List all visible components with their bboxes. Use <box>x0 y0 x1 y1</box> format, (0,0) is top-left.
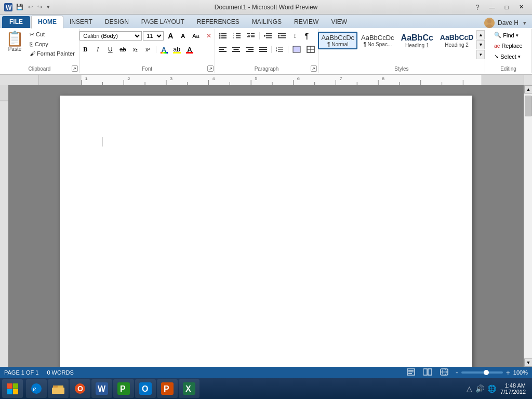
styles-scroll-down-button[interactable]: ▼ <box>476 40 485 49</box>
clear-formatting-button[interactable]: ✕ <box>203 30 215 42</box>
zoom-thumb[interactable] <box>484 370 489 375</box>
taskbar-network-icon[interactable]: 🌐 <box>487 384 496 393</box>
taskbar-powerpoint-button[interactable]: P <box>157 379 178 398</box>
paste-button[interactable]: 📋 Paste <box>2 30 28 54</box>
taskbar-ie-button[interactable]: e <box>26 379 47 398</box>
font-grow-button[interactable]: A <box>165 30 176 42</box>
document-page[interactable] <box>60 96 472 367</box>
font-expand-button[interactable]: ↗ <box>207 65 214 72</box>
svg-text:O: O <box>142 384 148 393</box>
close-button[interactable]: ✕ <box>514 2 528 12</box>
zoom-slider[interactable] <box>461 371 503 374</box>
select-button[interactable]: ↘ Select ▾ <box>490 51 524 61</box>
paragraph-expand-button[interactable]: ↗ <box>311 65 317 72</box>
scroll-up-arrow[interactable]: ▲ <box>524 85 532 94</box>
font-shrink-button[interactable]: A <box>177 30 189 42</box>
styles-more-button[interactable]: ▾ <box>476 50 485 59</box>
svg-rect-21 <box>251 35 255 36</box>
superscript-button[interactable]: x² <box>142 44 154 55</box>
align-left-button[interactable] <box>216 44 229 55</box>
style-heading1[interactable]: AaBbCc Heading 1 <box>398 31 436 50</box>
underline-button[interactable]: U <box>104 44 116 55</box>
taskbar-arrow-icon[interactable]: △ <box>467 384 472 393</box>
taskbar-publisher-button[interactable]: P <box>113 379 134 398</box>
clipboard-expand-button[interactable]: ↗ <box>72 65 78 72</box>
style-normal[interactable]: AaBbCcDc ¶ Normal <box>318 32 357 50</box>
taskbar-outlook-button[interactable]: O <box>135 379 156 398</box>
taskbar-office-button[interactable]: O <box>70 379 90 398</box>
document-area[interactable] <box>8 85 524 367</box>
vertical-scrollbar[interactable]: ▲ ▼ <box>524 85 532 367</box>
font-size-select[interactable]: 11 <box>143 31 164 41</box>
font-separator <box>156 46 156 53</box>
undo-quickaccess-button[interactable]: ↩ <box>26 3 34 11</box>
format-painter-button[interactable]: 🖌 Format Painter <box>28 49 77 58</box>
view-web-button[interactable] <box>438 368 450 378</box>
save-quickaccess-button[interactable]: 💾 <box>15 3 25 11</box>
align-right-button[interactable] <box>243 44 256 55</box>
subscript-button[interactable]: x₂ <box>130 44 141 55</box>
tab-file[interactable]: FILE <box>2 16 30 28</box>
tab-review[interactable]: REVIEW <box>288 16 325 28</box>
tab-references[interactable]: REFERENCES <box>191 16 246 28</box>
justify-button[interactable] <box>257 44 270 55</box>
find-button[interactable]: 🔍 Find ▾ <box>490 30 522 40</box>
sort-button[interactable]: ↕ <box>289 30 301 42</box>
help-button[interactable]: ? <box>471 2 484 12</box>
tab-design[interactable]: DESIGN <box>99 16 135 28</box>
style-h1-label: Heading 1 <box>405 43 429 48</box>
scroll-track[interactable] <box>524 94 532 358</box>
user-dropdown-button[interactable]: ▾ <box>522 19 528 28</box>
shading-button[interactable] <box>290 44 303 55</box>
multilevel-list-button[interactable] <box>244 30 258 42</box>
style-nospac[interactable]: AaBbCcDc ¶ No Spac... <box>358 32 397 50</box>
para-sep-2 <box>271 46 272 53</box>
copy-button[interactable]: ⎘ Copy <box>28 40 77 48</box>
bold-button[interactable]: B <box>79 44 91 55</box>
scroll-thumb[interactable] <box>525 96 532 116</box>
font-family-select[interactable]: Calibri (Body) <box>79 31 142 41</box>
replace-button[interactable]: ac Replace <box>490 41 526 50</box>
quickaccess-dropdown-button[interactable]: ▾ <box>45 3 51 11</box>
svg-rect-17 <box>247 33 250 34</box>
tab-view[interactable]: VIEW <box>325 16 353 28</box>
increase-indent-button[interactable] <box>275 30 289 42</box>
svg-text:e: e <box>33 385 36 393</box>
bullets-button[interactable] <box>216 30 230 42</box>
taskbar-excel-button[interactable]: X <box>179 379 200 398</box>
numbering-button[interactable]: 1.2.3. <box>230 30 244 42</box>
tab-home[interactable]: HOME <box>31 16 63 29</box>
cut-button[interactable]: ✂ Cut <box>28 30 77 39</box>
view-read-button[interactable] <box>421 368 434 378</box>
redo-quickaccess-button[interactable]: ↪ <box>36 3 44 11</box>
borders-button[interactable] <box>304 44 317 55</box>
font-color-button[interactable]: A <box>184 44 195 55</box>
taskbar-clock[interactable]: 1:48 AM 7/17/2012 <box>500 382 526 395</box>
align-center-button[interactable] <box>230 44 243 55</box>
show-marks-button[interactable]: ¶ <box>301 30 313 42</box>
time-display: 1:48 AM <box>505 382 526 389</box>
italic-button[interactable]: I <box>92 44 103 55</box>
decrease-indent-button[interactable] <box>261 30 275 42</box>
styles-scroll-up-button[interactable]: ▲ <box>476 30 485 39</box>
taskbar-explorer-button[interactable] <box>48 379 69 398</box>
tab-mailings[interactable]: MAILINGS <box>246 16 288 28</box>
style-heading2[interactable]: AaBbCcD Heading 2 <box>437 31 477 50</box>
minimize-button[interactable]: — <box>485 2 499 12</box>
scroll-down-arrow[interactable]: ▼ <box>524 358 532 367</box>
maximize-button[interactable]: □ <box>500 2 513 12</box>
start-button[interactable] <box>2 379 23 398</box>
ruler-corner <box>0 75 39 85</box>
tab-pagelayout[interactable]: PAGE LAYOUT <box>135 16 191 28</box>
change-case-button[interactable]: Aa <box>190 30 202 42</box>
text-effects-button[interactable]: A <box>158 44 170 55</box>
line-spacing-button[interactable] <box>273 44 286 55</box>
zoom-out-button[interactable]: - <box>455 368 459 377</box>
taskbar-speaker-icon[interactable]: 🔊 <box>475 384 484 393</box>
strikethrough-button[interactable]: ab <box>117 44 128 55</box>
text-highlight-button[interactable]: ab <box>171 44 183 55</box>
zoom-in-button[interactable]: + <box>505 368 511 377</box>
view-print-button[interactable] <box>405 368 417 378</box>
taskbar-word-button[interactable]: W <box>91 379 112 398</box>
tab-insert[interactable]: INSERT <box>63 16 99 28</box>
